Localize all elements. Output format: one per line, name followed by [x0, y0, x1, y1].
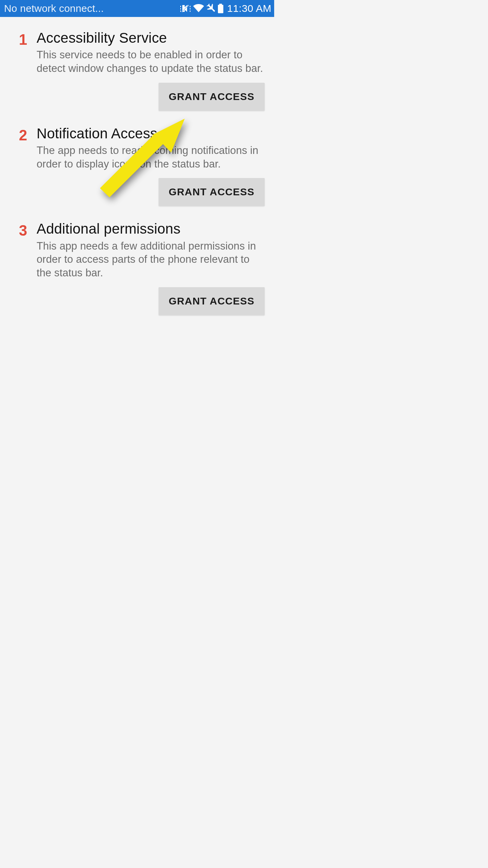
- svg-rect-8: [219, 4, 222, 5]
- step-description: The app needs to read incoming notificat…: [37, 144, 265, 171]
- step-title: Additional permissions: [37, 221, 265, 237]
- step-number: 3: [9, 221, 37, 315]
- step-body: Notification Access The app needs to rea…: [37, 125, 265, 206]
- vibrate-mute-icon: [180, 4, 191, 13]
- battery-full-icon: [218, 4, 224, 13]
- airplane-icon: [206, 4, 216, 13]
- button-row: GRANT ACCESS: [37, 287, 265, 315]
- step-additional: 3 Additional permissions This app needs …: [9, 221, 265, 315]
- step-description: This app needs a few additional permissi…: [37, 239, 265, 280]
- step-number: 1: [9, 30, 37, 111]
- wifi-icon: [193, 4, 204, 13]
- step-body: Additional permissions This app needs a …: [37, 221, 265, 315]
- svg-rect-7: [190, 11, 190, 12]
- step-description: This service needs to be enabled in orde…: [37, 48, 265, 75]
- button-row: GRANT ACCESS: [37, 83, 265, 111]
- step-title: Accessibility Service: [37, 30, 265, 46]
- svg-rect-5: [190, 6, 190, 7]
- svg-rect-2: [180, 11, 181, 12]
- step-notification: 2 Notification Access The app needs to r…: [9, 125, 265, 206]
- clock: 11:30 AM: [227, 3, 271, 14]
- step-body: Accessibility Service This service needs…: [37, 30, 265, 111]
- step-title: Notification Access: [37, 125, 265, 142]
- grant-access-button[interactable]: GRANT ACCESS: [159, 83, 265, 111]
- button-row: GRANT ACCESS: [37, 178, 265, 206]
- permissions-list: 1 Accessibility Service This service nee…: [0, 17, 274, 315]
- step-number: 2: [9, 125, 37, 206]
- svg-rect-0: [180, 6, 181, 7]
- svg-rect-6: [190, 8, 190, 9]
- status-icons: 11:30 AM: [180, 3, 271, 14]
- status-bar: No network connect... 11:30 AM: [0, 0, 274, 17]
- notification-text: No network connect...: [4, 3, 104, 14]
- step-accessibility: 1 Accessibility Service This service nee…: [9, 30, 265, 111]
- grant-access-button[interactable]: GRANT ACCESS: [159, 178, 265, 206]
- grant-access-button[interactable]: GRANT ACCESS: [159, 287, 265, 315]
- svg-rect-9: [218, 5, 223, 13]
- svg-rect-1: [180, 8, 181, 9]
